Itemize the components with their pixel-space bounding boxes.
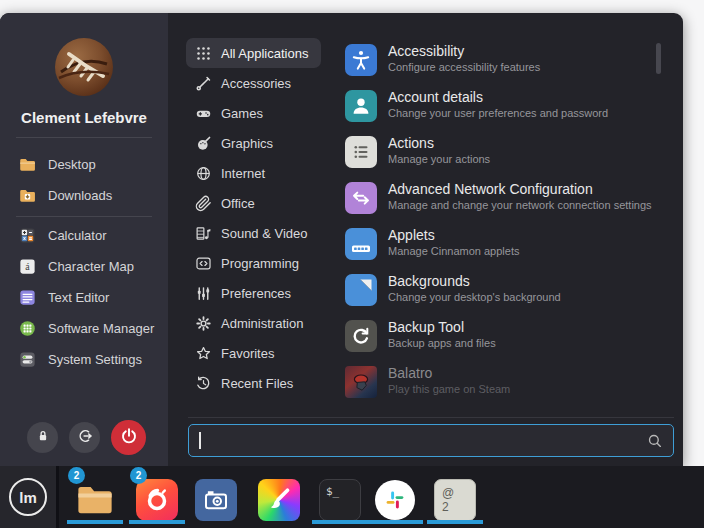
- running-indicator: [427, 520, 483, 524]
- search-input[interactable]: [188, 424, 674, 457]
- app-item-title: Account details: [388, 89, 483, 105]
- firefox-icon: [136, 479, 178, 521]
- taskbar-item-drawing-app[interactable]: [258, 479, 300, 521]
- category-administration[interactable]: Administration: [186, 308, 316, 338]
- category-label: Recent Files: [221, 376, 293, 391]
- history-icon: [195, 375, 212, 392]
- category-list: All ApplicationsAccessoriesGamesGraphics…: [186, 38, 336, 398]
- football-avatar-image: [55, 38, 113, 96]
- sidebar-item-desktop[interactable]: Desktop: [0, 149, 168, 180]
- terminal-icon: $_: [319, 479, 361, 521]
- linux-mint-logo-icon: lm: [9, 478, 47, 516]
- account-details-icon: [345, 90, 377, 122]
- menu-button[interactable]: lm: [0, 466, 56, 528]
- running-indicator: [129, 520, 185, 524]
- category-office[interactable]: Office: [186, 188, 268, 218]
- sidebar-item-calculator[interactable]: Calculator: [0, 220, 168, 251]
- category-graphics[interactable]: Graphics: [186, 128, 286, 158]
- category-label: Office: [221, 196, 255, 211]
- downloads-folder-icon: [18, 186, 37, 205]
- sidebar-item-downloads[interactable]: Downloads: [0, 180, 168, 211]
- category-internet[interactable]: Internet: [186, 158, 278, 188]
- app-item-title: Balatro: [388, 365, 432, 381]
- palette-icon: [195, 135, 212, 152]
- gear-icon: [195, 315, 212, 332]
- lock-button[interactable]: [27, 422, 58, 453]
- taskbar-item-files[interactable]: 2: [74, 479, 116, 521]
- search-icon: [646, 432, 664, 450]
- code-icon: [195, 255, 212, 272]
- app-item-accessibility[interactable]: AccessibilityConfigure accessibility fea…: [340, 40, 652, 86]
- sidebar-divider: [16, 216, 152, 217]
- category-all-applications[interactable]: All Applications: [186, 38, 321, 68]
- category-label: Games: [221, 106, 263, 121]
- taskbar-item-mail[interactable]: @2: [434, 479, 476, 521]
- sidebar-divider: [16, 137, 152, 138]
- user-avatar[interactable]: [55, 38, 113, 96]
- category-recent-files[interactable]: Recent Files: [186, 368, 306, 398]
- slack-icon: [375, 480, 415, 520]
- star-icon: [195, 345, 212, 362]
- app-item-subtitle: Play this game on Steam: [388, 383, 510, 395]
- category-label: All Applications: [221, 46, 308, 61]
- sidebar-item-label: Character Map: [48, 259, 134, 274]
- desktop-folder-icon: [18, 155, 37, 174]
- user-name: Clement Lefebvre: [0, 109, 168, 126]
- app-item-title: Advanced Network Configuration: [388, 181, 593, 197]
- category-preferences[interactable]: Preferences: [186, 278, 304, 308]
- app-item-actions[interactable]: ActionsManage your actions: [340, 132, 652, 178]
- drawing-app-icon: [258, 479, 300, 521]
- sidebar-item-label: Text Editor: [48, 290, 109, 305]
- app-item-subtitle: Manage your actions: [388, 153, 490, 165]
- taskbar-item-firefox[interactable]: 2: [136, 479, 178, 521]
- app-item-account-details[interactable]: Account detailsChange your user preferen…: [340, 86, 652, 132]
- category-label: Administration: [221, 316, 303, 331]
- app-item-title: Backup Tool: [388, 319, 464, 335]
- backup-icon: [345, 320, 377, 352]
- sidebar-item-label: System Settings: [48, 352, 142, 367]
- logout-icon: [76, 427, 94, 449]
- app-item-applets[interactable]: AppletsManage Cinnamon applets: [340, 224, 652, 270]
- sliders-icon: [195, 285, 212, 302]
- mail-icon: @2: [434, 479, 476, 521]
- shutdown-button[interactable]: [111, 420, 146, 455]
- category-favorites[interactable]: Favorites: [186, 338, 287, 368]
- sidebar-item-text-editor[interactable]: Text Editor: [0, 282, 168, 313]
- gamepad-icon: [195, 105, 212, 122]
- notification-badge: 2: [68, 467, 85, 484]
- network-icon: [345, 182, 377, 214]
- app-item-subtitle: Manage and change your network connectio…: [388, 199, 652, 211]
- scrollbar-thumb[interactable]: [656, 43, 661, 74]
- sidebar-item-software-manager[interactable]: Software Manager: [0, 313, 168, 344]
- applets-icon: [345, 228, 377, 260]
- app-item-backgrounds[interactable]: BackgroundsChange your desktop's backgro…: [340, 270, 652, 316]
- category-label: Internet: [221, 166, 265, 181]
- balatro-icon: [345, 366, 377, 398]
- sidebar-item-character-map[interactable]: áCharacter Map: [0, 251, 168, 282]
- sidebar-item-label: Desktop: [48, 157, 96, 172]
- taskbar-item-terminal[interactable]: $_: [319, 479, 361, 521]
- sidebar-item-label: Downloads: [48, 188, 112, 203]
- actions-icon: [345, 136, 377, 168]
- sidebar-item-system-settings[interactable]: System Settings: [0, 344, 168, 375]
- app-item-title: Applets: [388, 227, 435, 243]
- category-games[interactable]: Games: [186, 98, 276, 128]
- app-item-backup-tool[interactable]: Backup ToolBackup apps and files: [340, 316, 652, 362]
- taskbar-item-slack[interactable]: [374, 479, 416, 521]
- app-item-advanced-network-configuration[interactable]: Advanced Network ConfigurationManage and…: [340, 178, 652, 224]
- taskbar-panel: lm 22$_@2: [0, 466, 704, 528]
- app-item-balatro[interactable]: BalatroPlay this game on Steam: [340, 362, 652, 408]
- category-label: Programming: [221, 256, 299, 271]
- taskbar-divider: [56, 466, 59, 528]
- globe-icon: [195, 165, 212, 182]
- grid-icon: [195, 45, 212, 62]
- character-map-icon: á: [18, 257, 37, 276]
- category-sound-video[interactable]: Sound & Video: [186, 218, 321, 248]
- app-item-subtitle: Change your user preferences and passwor…: [388, 107, 608, 119]
- category-label: Accessories: [221, 76, 291, 91]
- taskbar-item-screenshot-tool[interactable]: [195, 479, 237, 521]
- category-accessories[interactable]: Accessories: [186, 68, 304, 98]
- category-programming[interactable]: Programming: [186, 248, 312, 278]
- logout-button[interactable]: [69, 422, 100, 453]
- category-label: Favorites: [221, 346, 274, 361]
